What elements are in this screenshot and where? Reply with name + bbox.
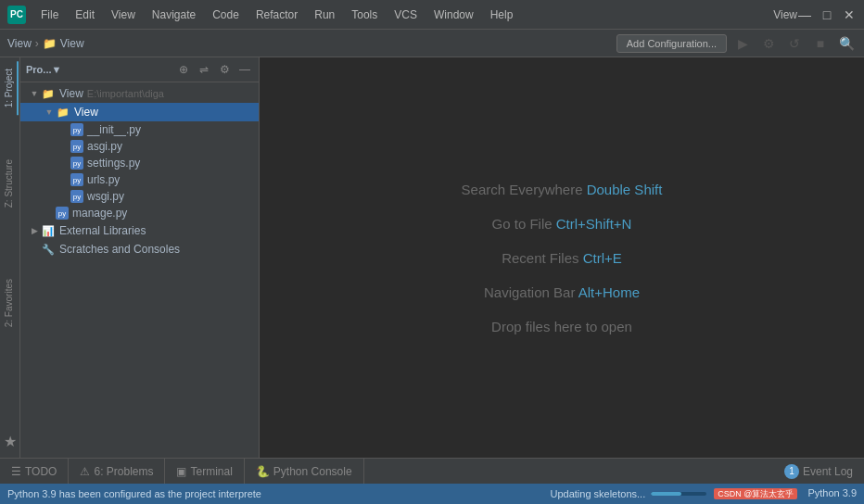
project-panel: Pro...▼ ⊕ ⇌ ⚙ — ▼ 📁 View E:\important\di…: [20, 57, 260, 458]
menu-run[interactable]: Run: [307, 5, 342, 25]
tab-problems[interactable]: ⚠ 6: Problems: [69, 459, 165, 484]
ext-lib-icon: 📊: [41, 223, 56, 238]
shortcut-alt-home: Alt+Home: [578, 284, 640, 300]
menu-navigate[interactable]: Navigate: [145, 5, 203, 25]
tree-label-init: __init__.py: [87, 123, 141, 136]
tree-label-asgi: asgi.py: [87, 140, 122, 153]
maximize-button[interactable]: □: [820, 7, 834, 22]
build-icon[interactable]: ⚙: [758, 33, 779, 54]
menu-tools[interactable]: Tools: [344, 5, 385, 25]
python-version: Python 3.9: [807, 487, 857, 498]
project-title: Pro...▼: [26, 64, 172, 75]
tab-problems-label: 6: Problems: [94, 465, 153, 478]
project-tree: ▼ 📁 View E:\important\diga ▼ 📁 View py _…: [20, 82, 259, 458]
tree-item-urls[interactable]: py urls.py: [20, 171, 259, 188]
tree-item-scratches[interactable]: 🔧 Scratches and Consoles: [20, 240, 259, 258]
menu-file[interactable]: File: [33, 5, 66, 25]
collapse-icon[interactable]: ⇌: [196, 61, 212, 78]
nav-icons: ▶ ⚙ ↺ ■ 🔍: [732, 33, 857, 54]
folder-icon-view-root: 📁: [41, 86, 56, 101]
tree-item-view-folder[interactable]: ▼ 📁 View: [20, 103, 259, 121]
py-icon-urls: py: [70, 173, 83, 186]
tree-label-view: View: [74, 106, 98, 119]
menu-window[interactable]: Window: [426, 5, 481, 25]
sidebar-tab-project[interactable]: 1: Project: [1, 61, 19, 115]
problems-icon: ⚠: [80, 465, 90, 478]
progress-fill: [651, 492, 681, 496]
tab-python-console[interactable]: 🐍 Python Console: [245, 459, 364, 484]
menu-edit[interactable]: Edit: [68, 5, 102, 25]
csdn-badge: CSDN @算法太玄乎: [714, 488, 797, 499]
menu-vcs[interactable]: VCS: [387, 5, 425, 25]
tree-item-wsgi[interactable]: py wsgi.py: [20, 188, 259, 205]
tree-item-init[interactable]: py __init__.py: [20, 121, 259, 138]
status-update-text: Updating skeletons...: [550, 488, 645, 499]
tree-item-ext-lib[interactable]: ▶ 📊 External Libraries: [20, 221, 259, 240]
title-bar: PC File Edit View Navigate Code Refactor…: [0, 0, 864, 30]
tree-label-urls: urls.py: [87, 173, 120, 186]
status-updating: Updating skeletons...: [550, 488, 706, 499]
breadcrumb-view1[interactable]: View: [7, 37, 32, 50]
tab-todo-label: TODO: [25, 465, 57, 478]
scratch-icon: 🔧: [41, 242, 56, 257]
py-icon-init: py: [70, 123, 83, 136]
todo-icon: ☰: [11, 465, 21, 478]
py-icon-wsgi: py: [70, 190, 83, 203]
star-icon[interactable]: ★: [4, 433, 17, 458]
expand-arrow-view-root: ▼: [28, 89, 41, 98]
close-button[interactable]: ✕: [842, 7, 857, 22]
python-console-icon: 🐍: [256, 465, 270, 478]
sidebar-tab-structure[interactable]: Z: Structure: [1, 152, 19, 215]
reload-icon[interactable]: ↺: [784, 33, 805, 54]
menu-refactor[interactable]: Refactor: [248, 5, 305, 25]
tab-terminal-label: Terminal: [190, 465, 232, 478]
search-everywhere-icon[interactable]: 🔍: [836, 33, 857, 54]
window-controls: — □ ✕: [797, 7, 857, 22]
tree-item-asgi[interactable]: py asgi.py: [20, 138, 259, 155]
bottom-bar: ☰ TODO ⚠ 6: Problems ▣ Terminal 🐍 Python…: [0, 458, 864, 484]
shortcut-ctrl-e: Ctrl+E: [583, 250, 622, 266]
menu-bar: File Edit View Navigate Code Refactor Ru…: [33, 5, 773, 25]
event-log-badge: 1: [784, 464, 799, 479]
hide-icon[interactable]: —: [236, 61, 253, 78]
nav-bar: View › 📁 View Add Configuration... ▶ ⚙ ↺…: [0, 30, 864, 57]
py-icon-settings: py: [70, 157, 83, 170]
event-log-tab[interactable]: 1 Event Log: [773, 464, 864, 479]
tree-label-settings: settings.py: [87, 157, 140, 170]
bottom-tabs: ☰ TODO ⚠ 6: Problems ▣ Terminal 🐍 Python…: [0, 459, 364, 484]
tree-item-view-root[interactable]: ▼ 📁 View E:\important\diga: [20, 84, 259, 103]
stop-icon[interactable]: ■: [810, 33, 831, 54]
menu-help[interactable]: Help: [483, 5, 521, 25]
app-logo: PC: [7, 6, 26, 24]
breadcrumb-view2[interactable]: View: [60, 37, 84, 50]
tree-label-view-root: View: [59, 87, 83, 100]
run-icon[interactable]: ▶: [732, 33, 753, 54]
tree-label-ext-lib: External Libraries: [59, 224, 146, 237]
tree-label-wsgi: wsgi.py: [87, 190, 124, 203]
tab-python-console-label: Python Console: [273, 465, 352, 478]
minimize-button[interactable]: —: [797, 7, 812, 22]
sync-icon[interactable]: ⊕: [175, 61, 192, 78]
sidebar-tab-favorites[interactable]: 2: Favorites: [1, 271, 19, 334]
shortcut-ctrl-shift-n: Ctrl+Shift+N: [556, 216, 632, 232]
tree-item-manage[interactable]: py manage.py: [20, 205, 259, 221]
menu-code[interactable]: Code: [205, 5, 247, 25]
menu-view[interactable]: View: [104, 5, 143, 25]
py-icon-asgi: py: [70, 140, 83, 153]
tree-path-view-root: E:\important\diga: [87, 88, 164, 99]
hint-drop-files: Drop files here to open: [491, 319, 632, 334]
tab-terminal[interactable]: ▣ Terminal: [165, 459, 244, 484]
project-toolbar: Pro...▼ ⊕ ⇌ ⚙ —: [20, 57, 259, 82]
expand-arrow-view-folder: ▼: [43, 107, 56, 117]
tab-todo[interactable]: ☰ TODO: [0, 459, 69, 484]
settings-icon[interactable]: ⚙: [216, 61, 233, 78]
status-main-text: Python 3.9 has been configured as the pr…: [7, 488, 542, 499]
terminal-icon: ▣: [176, 465, 186, 478]
hint-search-everywhere: Search Everywhere Double Shift: [462, 182, 663, 197]
add-configuration-button[interactable]: Add Configuration...: [616, 34, 727, 53]
tree-label-scratches: Scratches and Consoles: [59, 243, 180, 256]
tree-item-settings[interactable]: py settings.py: [20, 155, 259, 171]
folder-icon-view: 📁: [56, 105, 70, 120]
event-log-label: Event Log: [803, 465, 853, 478]
hint-navigation-bar: Navigation Bar Alt+Home: [484, 284, 640, 300]
